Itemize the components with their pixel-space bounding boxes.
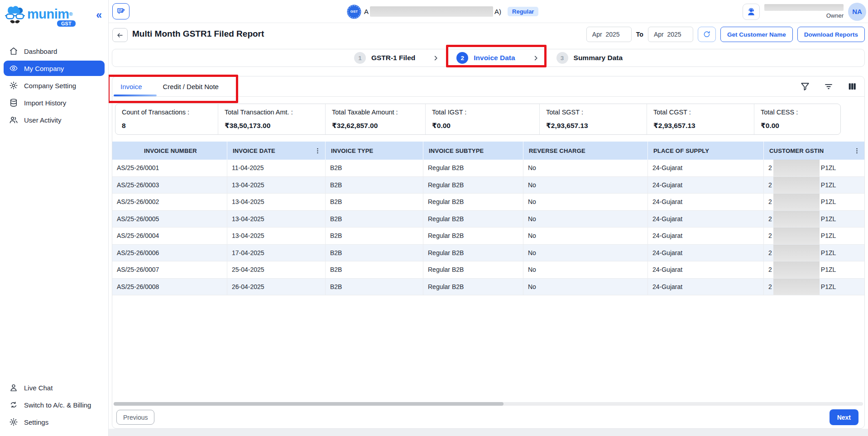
get-customer-name-button[interactable]: Get Customer Name [720, 27, 793, 42]
company-name: AA) [364, 6, 501, 17]
column-header-invoice-type[interactable]: INVOICE TYPE [326, 142, 423, 160]
refresh-button[interactable] [698, 27, 716, 42]
column-header-reverse-charge[interactable]: REVERSE CHARGE [523, 142, 648, 160]
cell-reverse-charge: No [523, 279, 648, 295]
user-role: Owner [826, 12, 844, 19]
cell-place-of-supply: 24-Gujarat [648, 160, 764, 176]
gstin-prefix: 2 [768, 283, 772, 290]
cell-reverse-charge: No [523, 177, 648, 194]
to-month-input[interactable]: Apr 2025 [648, 27, 693, 42]
scrollbar-thumb[interactable] [114, 402, 504, 406]
column-menu-icon[interactable] [314, 147, 321, 155]
cell-invoice-type: B2B [326, 261, 423, 278]
cell-place-of-supply: 24-Gujarat [648, 194, 764, 210]
horizontal-scrollbar[interactable] [114, 402, 863, 406]
cell-place-of-supply: 24-Gujarat [648, 227, 764, 244]
cell-place-of-supply: 24-Gujarat [648, 261, 764, 278]
sidebar-item-my-company[interactable]: My Company [4, 61, 105, 76]
gstin-prefix: 2 [768, 266, 772, 273]
table-row[interactable]: AS/25-26/000313-04-2025B2BRegular B2BNo2… [112, 177, 864, 194]
table-header-row: INVOICE NUMBERINVOICE DATEINVOICE TYPEIN… [112, 142, 864, 160]
table-row[interactable]: AS/25-26/000213-04-2025B2BRegular B2BNo2… [112, 194, 864, 211]
gstin-prefix: 2 [768, 181, 772, 189]
tab-credit-debit-note[interactable]: Credit / Debit Note [163, 83, 219, 90]
stat-value: ₹32,62,857.00 [332, 122, 423, 130]
cell-reverse-charge: No [523, 160, 648, 176]
cell-customer-gstin: 2P1ZL [764, 177, 864, 194]
gst-stamp-icon: GST [348, 5, 360, 18]
table-row[interactable]: AS/25-26/000725-04-2025B2BRegular B2BNo2… [112, 261, 864, 279]
table-row[interactable]: AS/25-26/000826-04-2025B2BRegular B2BNo2… [112, 279, 864, 296]
sidebar-item-settings[interactable]: Settings [4, 414, 105, 430]
next-button[interactable]: Next [830, 409, 858, 425]
user-avatar[interactable]: NA [848, 3, 866, 21]
active-tab-underline [114, 95, 157, 96]
column-header-place-of-supply[interactable]: PLACE OF SUPPLY [648, 142, 764, 160]
stat-label: Total CESS : [761, 109, 839, 116]
column-header-invoice-date[interactable]: INVOICE DATE [227, 142, 326, 160]
gear-icon [9, 81, 18, 90]
feedback-button[interactable] [112, 3, 129, 19]
cell-invoice-number: AS/25-26/0002 [112, 194, 227, 210]
gstin-redacted [773, 177, 820, 194]
brand-logo: munim® GST « [0, 0, 108, 34]
sidebar-item-import-history[interactable]: Import History [4, 95, 105, 110]
company-name-redacted [370, 6, 493, 17]
download-reports-button[interactable]: Download Reports [797, 27, 865, 42]
cell-invoice-number: AS/25-26/0007 [112, 261, 227, 278]
switch-icon [9, 400, 18, 409]
stepper: 1GSTR-1 Filed2Invoice Data3Summary Data [112, 49, 865, 67]
gstin-suffix: P1ZL [821, 232, 836, 239]
table-row[interactable]: AS/25-26/000413-04-2025B2BRegular B2BNo2… [112, 227, 864, 245]
step-invoice-data[interactable]: 2Invoice Data [456, 52, 515, 64]
tabs: InvoiceCredit / Debit Note [112, 76, 219, 96]
column-settings-icon[interactable] [847, 81, 857, 91]
cell-invoice-date: 17-04-2025 [227, 245, 326, 261]
column-label: REVERSE CHARGE [529, 147, 585, 154]
sidebar-item-label: Import History [24, 99, 66, 107]
main-area: GST AA) Regular Owner NA [109, 0, 868, 436]
step-summary-data[interactable]: 3Summary Data [556, 52, 623, 64]
column-header-invoice-number[interactable]: INVOICE NUMBER [112, 142, 227, 160]
sidebar-item-company-setting[interactable]: Company Setting [4, 78, 105, 93]
db-icon [9, 98, 18, 107]
stat-value: ₹0.00 [432, 122, 537, 130]
column-header-customer-gstin[interactable]: CUSTOMER GSTIN [764, 142, 864, 160]
stat-value: ₹38,50,173.00 [225, 122, 323, 130]
sidebar-item-switch-to-a-c-billing[interactable]: Switch to A/c. & Billing [4, 397, 105, 412]
sidebar-item-live-chat[interactable]: Live Chat [4, 380, 105, 395]
filter-list-icon[interactable] [824, 81, 834, 91]
from-month-input[interactable]: Apr 2025 [586, 27, 632, 42]
previous-button[interactable]: Previous [116, 410, 154, 425]
table-row[interactable]: AS/25-26/000111-04-2025B2BRegular B2BNo2… [112, 160, 864, 177]
step-gstr-1-filed[interactable]: 1GSTR-1 Filed [354, 52, 415, 64]
column-header-invoice-subtype[interactable]: INVOICE SUBTYPE [423, 142, 523, 160]
sidebar-item-label: Switch to A/c. & Billing [24, 401, 91, 409]
table-row[interactable]: AS/25-26/000617-04-2025B2BRegular B2BNo2… [112, 245, 864, 262]
tab-invoice[interactable]: Invoice [120, 83, 142, 90]
column-label: INVOICE NUMBER [144, 147, 197, 154]
column-menu-icon[interactable] [853, 147, 861, 155]
support-person-icon [746, 7, 756, 17]
back-button[interactable] [112, 28, 128, 42]
support-button[interactable] [743, 4, 760, 20]
column-label: CUSTOMER GSTIN [769, 147, 824, 154]
stat-value: ₹2,93,657.13 [653, 122, 752, 130]
cell-invoice-subtype: Regular B2B [423, 211, 523, 227]
cell-invoice-subtype: Regular B2B [423, 227, 523, 244]
sidebar-item-user-activity[interactable]: User Activity [4, 112, 105, 128]
cell-invoice-subtype: Regular B2B [423, 194, 523, 210]
cell-place-of-supply: 24-Gujarat [648, 245, 764, 261]
stat-label: Total Transaction Amt. : [225, 109, 323, 116]
cell-invoice-type: B2B [326, 227, 423, 244]
filter-icon[interactable] [800, 81, 810, 91]
cell-invoice-number: AS/25-26/0006 [112, 245, 227, 261]
table-row[interactable]: AS/25-26/000513-04-2025B2BRegular B2BNo2… [112, 211, 864, 228]
sidebar-item-dashboard[interactable]: Dashboard [4, 43, 105, 59]
sidebar-item-label: My Company [24, 65, 64, 72]
sidebar-collapse-button[interactable]: « [96, 10, 102, 20]
cell-invoice-subtype: Regular B2B [423, 177, 523, 194]
stat-total-cgst: Total CGST :₹2,93,657.13 [647, 104, 754, 134]
stat-value: 8 [122, 122, 216, 130]
eye-icon [9, 64, 18, 73]
